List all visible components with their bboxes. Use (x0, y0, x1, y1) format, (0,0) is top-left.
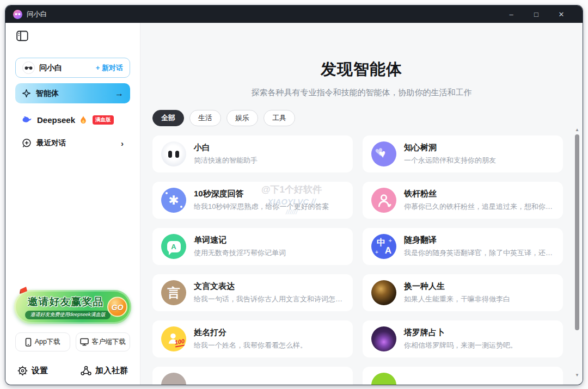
avatar-heart: ♥♥ (371, 141, 396, 166)
agent-name: 姓名打分 (194, 328, 344, 338)
filter-chip-1[interactable]: 生活 (189, 110, 221, 126)
go-button[interactable]: GO (107, 297, 127, 317)
new-chat-button[interactable]: + 新对话 (96, 63, 123, 73)
footer-label: 设置 (32, 366, 48, 376)
community-icon (81, 366, 91, 376)
agent-desc: 给我一句话，我告诉你古人用文言文和诗词怎么表达。 (194, 294, 344, 304)
avatar-score: 100 (161, 326, 186, 351)
agent-card[interactable]: A单词速记使用无数奇技淫巧帮你记单词 (152, 228, 353, 265)
avatar-partial-left (161, 373, 186, 385)
invite-friends-banner[interactable]: 邀请好友赢奖品 邀请好友免费使用deepseek满血版 GO (14, 290, 131, 324)
filter-chip-2[interactable]: 娱乐 (226, 110, 258, 126)
agent-card[interactable]: 换一种人生如果人生能重来，干嘛非得做李白 (363, 274, 563, 311)
sidebar-item-deepseek[interactable]: Deepseek 满血版 (15, 113, 130, 127)
window-title: 问小白 (27, 10, 47, 19)
footer-label: 加入社群 (95, 366, 128, 376)
settings-button[interactable]: 设置 (17, 366, 48, 376)
avatar-xiaobai (161, 141, 186, 166)
sidebar-item-wenxiaobai[interactable]: 问小白 + 新对话 (15, 58, 130, 78)
promo-title: 邀请好友赢奖品 (28, 295, 104, 309)
agent-desc: 我是你的随身英语翻译官，除了中英互译，还能纠正你... (404, 248, 554, 258)
agent-name: 知心树洞 (404, 143, 554, 153)
sidebar-item-label: 问小白 (39, 63, 62, 73)
gear-icon (17, 366, 28, 376)
sidebar: 问小白 + 新对话 智能体 → Dee (5, 23, 140, 385)
maximize-button[interactable]: □ (524, 10, 549, 18)
monitor-icon (80, 338, 89, 346)
promo-subtitle: 邀请好友免费使用deepseek满血版 (25, 311, 110, 319)
agent-grid: 小白简洁快速的智能助手♥♥知心树洞一个永远陪伴和支持你的朋友✱10秒深度回答给我… (152, 135, 563, 385)
sidebar-item-label: Deepseek (37, 115, 75, 125)
page-subtitle: 探索各种具有专业指令和技能的智能体，协助你的生活和工作 (140, 88, 583, 98)
minimize-button[interactable]: – (499, 10, 524, 18)
agent-name: 10秒深度回答 (194, 189, 344, 199)
agent-card[interactable]: ✱10秒深度回答给我10秒钟深思熟虑，给你一个更好的答案 (152, 182, 353, 219)
avatar-translate: 中A++ (371, 234, 396, 259)
avatar-fan: ♥ (371, 188, 396, 213)
agent-card[interactable]: 100姓名打分给我一个姓名，我帮你看看怎么样。 (152, 320, 353, 357)
agent-desc: 如果人生能重来，干嘛非得做李白 (404, 294, 554, 304)
scrollbar-down-icon[interactable]: ▼ (575, 373, 579, 378)
chevron-right-icon: › (121, 139, 124, 148)
app-window: 问小白 – □ ✕ (5, 5, 583, 385)
agent-name: 换一种人生 (404, 281, 554, 292)
main-content: 发现智能体 探索各种具有专业指令和技能的智能体，协助你的生活和工作 全部生活娱乐… (140, 23, 583, 385)
sidebar-item-recent-chats[interactable]: 最近对话 › (15, 136, 130, 150)
agent-card[interactable]: ♥铁杆粉丝仰慕你已久的铁杆粉丝，追星追过来，想和你聊聊 (363, 182, 563, 219)
red-ribbon-icon (19, 286, 29, 296)
agent-card[interactable]: 塔罗牌占卜你相信塔罗牌吗，来测一测运势吧。 (363, 320, 563, 357)
avatar-tarot (371, 326, 396, 351)
avatar-yan: 言 (161, 280, 186, 305)
agent-card[interactable]: 中A++随身翻译我是你的随身英语翻译官，除了中英互译，还能纠正你... (363, 228, 563, 265)
sidebar-item-agents[interactable]: 智能体 → (15, 83, 130, 103)
agent-desc: 一个永远陪伴和支持你的朋友 (404, 156, 554, 165)
agent-card[interactable]: 言文言文表达给我一句话，我告诉你古人用文言文和诗词怎么表达。 (152, 274, 353, 311)
agent-name: 随身翻译 (404, 235, 554, 245)
agent-card-partial[interactable] (363, 367, 563, 385)
phone-icon (25, 338, 32, 347)
client-download-button[interactable]: 客户端下载 (76, 332, 131, 351)
filter-chip-3[interactable]: 工具 (264, 110, 295, 126)
avatar-word: A (161, 234, 186, 259)
avatar-star: ✱ (161, 188, 186, 213)
agent-desc: 给我一个姓名，我帮你看看怎么样。 (194, 341, 344, 350)
sidebar-toggle-icon[interactable] (16, 30, 28, 41)
agent-card[interactable]: ♥♥知心树洞一个永远陪伴和支持你的朋友 (363, 135, 563, 172)
scrollbar[interactable]: ▲ ▼ (574, 127, 580, 378)
page-title: 发现智能体 (140, 59, 583, 81)
agent-desc: 使用无数奇技淫巧帮你记单词 (194, 248, 344, 258)
agent-name: 小白 (194, 143, 344, 153)
scrollbar-thumb[interactable] (575, 134, 579, 330)
download-label: App下载 (35, 337, 60, 347)
sidebar-item-label: 最近对话 (36, 138, 66, 148)
close-button[interactable]: ✕ (549, 10, 574, 18)
agent-name: 塔罗牌占卜 (404, 328, 554, 338)
whale-icon (22, 116, 32, 124)
glasses-icon (22, 61, 35, 74)
agent-desc: 仰慕你已久的铁杆粉丝，追星追过来，想和你聊聊 (404, 202, 554, 212)
app-logo-icon (13, 10, 22, 19)
agent-card[interactable]: 小白简洁快速的智能助手 (152, 135, 353, 172)
scrollbar-up-icon[interactable]: ▲ (575, 127, 579, 133)
agent-desc: 你相信塔罗牌吗，来测一测运势吧。 (404, 341, 554, 350)
filter-chips: 全部生活娱乐工具 (152, 110, 583, 126)
titlebar: 问小白 – □ ✕ (5, 5, 583, 23)
avatar-life (371, 280, 396, 305)
avatar-partial-right (371, 373, 396, 385)
arrow-right-icon: → (115, 89, 124, 98)
flame-icon (80, 116, 87, 124)
sidebar-item-label: 智能体 (36, 89, 59, 98)
app-download-button[interactable]: App下载 (15, 332, 70, 351)
agent-name: 铁杆粉丝 (404, 189, 554, 199)
circle-plus-icon (22, 138, 32, 148)
agent-name: 单词速记 (194, 235, 344, 245)
filter-chip-0[interactable]: 全部 (152, 110, 184, 126)
agent-card-partial[interactable] (152, 367, 353, 385)
agent-desc: 简洁快速的智能助手 (194, 156, 344, 165)
sparkle-icon (22, 89, 31, 98)
join-community-button[interactable]: 加入社群 (81, 366, 128, 376)
agent-name: 文言文表达 (194, 281, 344, 292)
agent-desc: 给我10秒钟深思熟虑，给你一个更好的答案 (194, 202, 344, 212)
full-power-badge: 满血版 (93, 115, 114, 125)
download-label: 客户端下载 (92, 337, 126, 347)
